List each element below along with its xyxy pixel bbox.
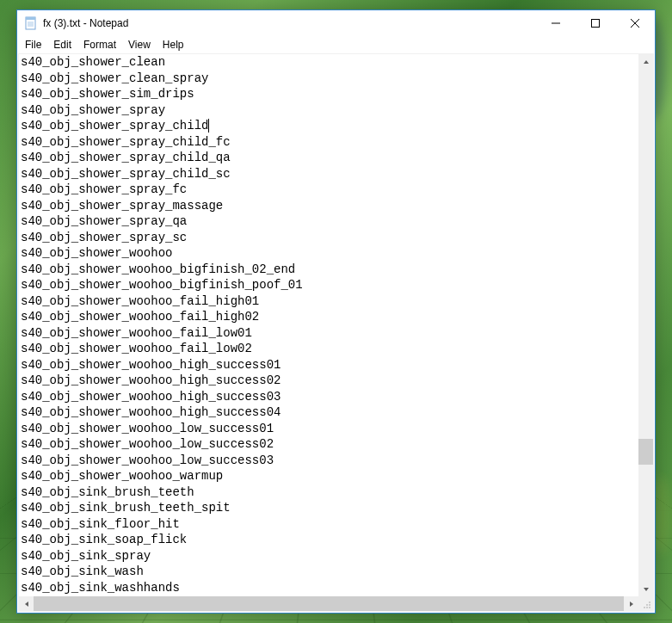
text-line[interactable]: s40_obj_shower_sim_drips	[21, 86, 651, 102]
menubar: File Edit Format View Help	[17, 36, 655, 53]
text-line[interactable]: s40_obj_shower_spray	[21, 102, 651, 119]
text-line[interactable]: s40_obj_sink_brush_teeth	[21, 484, 651, 501]
text-line[interactable]: s40_obj_shower_clean_spray	[21, 71, 651, 87]
svg-point-13	[649, 601, 650, 603]
horizontal-scroll-track[interactable]	[34, 596, 624, 611]
svg-point-15	[649, 604, 650, 606]
text-line[interactable]: s40_obj_sink_brush_teeth_spit	[21, 500, 651, 516]
text-line[interactable]: s40_obj_shower_woohoo_fail_high02	[21, 309, 651, 325]
window-controls	[536, 10, 655, 36]
window-title: fx (3).txt - Notepad	[43, 17, 536, 29]
svg-rect-1	[26, 17, 35, 20]
horizontal-scrollbar[interactable]	[19, 596, 638, 611]
svg-rect-6	[592, 20, 600, 28]
text-line[interactable]: s40_obj_shower_woohoo_fail_low01	[21, 325, 651, 342]
scroll-right-button[interactable]	[624, 596, 638, 611]
text-line[interactable]: s40_obj_shower_woohoo_low_success02	[21, 436, 651, 453]
text-line[interactable]: s40_obj_shower_spray_massage	[21, 198, 651, 214]
text-line[interactable]: s40_obj_shower_spray_child_fc	[21, 134, 651, 151]
maximize-button[interactable]	[576, 10, 615, 36]
text-line[interactable]: s40_obj_shower_spray_sc	[21, 230, 651, 246]
svg-marker-12	[630, 601, 633, 607]
text-line[interactable]: s40_obj_shower_woohoo_low_success01	[21, 421, 651, 437]
text-line[interactable]: s40_obj_shower_spray_child	[21, 118, 651, 134]
text-line[interactable]: s40_obj_shower_spray_child_qa	[21, 150, 651, 166]
svg-point-14	[646, 604, 648, 606]
horizontal-scroll-thumb[interactable]	[34, 596, 624, 611]
text-caret	[208, 119, 209, 133]
resize-grip[interactable]	[638, 596, 653, 611]
text-line[interactable]: s40_obj_shower_woohoo_fail_low02	[21, 341, 651, 357]
menu-file[interactable]: File	[19, 38, 47, 52]
svg-point-17	[646, 607, 648, 608]
text-line[interactable]: s40_obj_shower_spray_fc	[21, 182, 651, 198]
content-area: s40_obj_shower_cleans40_obj_shower_clean…	[18, 53, 654, 612]
text-line[interactable]: s40_obj_shower_woohoo_bigfinish_02_end	[21, 262, 651, 278]
close-button[interactable]	[615, 10, 655, 36]
svg-point-16	[644, 607, 645, 608]
vertical-scrollbar[interactable]	[638, 54, 653, 596]
text-line[interactable]: s40_obj_shower_woohoo_high_success04	[21, 404, 651, 421]
text-line[interactable]: s40_obj_shower_clean	[21, 54, 651, 71]
text-line[interactable]: s40_obj_shower_spray_qa	[21, 213, 651, 230]
svg-marker-9	[644, 60, 649, 64]
scroll-left-button[interactable]	[19, 596, 34, 611]
text-editor[interactable]: s40_obj_shower_cleans40_obj_shower_clean…	[19, 54, 653, 611]
text-line[interactable]: s40_obj_shower_woohoo_low_success03	[21, 453, 651, 469]
text-line[interactable]: s40_obj_sink_floor_hit	[21, 516, 651, 533]
text-line[interactable]: s40_obj_shower_spray_child_sc	[21, 166, 651, 182]
notepad-icon	[24, 16, 38, 30]
text-line[interactable]: s40_obj_shower_woohoo_fail_high01	[21, 293, 651, 310]
vertical-scroll-thumb[interactable]	[638, 439, 653, 465]
text-line[interactable]: s40_obj_sink_wash	[21, 564, 651, 580]
menu-edit[interactable]: Edit	[47, 38, 77, 52]
text-line[interactable]: s40_obj_shower_woohoo_bigfinish_poof_01	[21, 277, 651, 293]
text-line[interactable]: s40_obj_shower_woohoo_high_success03	[21, 389, 651, 405]
text-line[interactable]: s40_obj_sink_spray	[21, 548, 651, 564]
text-line[interactable]: s40_obj_shower_woohoo_warmup	[21, 468, 651, 484]
minimize-button[interactable]	[536, 10, 576, 36]
scroll-down-button[interactable]	[638, 582, 653, 596]
titlebar[interactable]: fx (3).txt - Notepad	[17, 10, 655, 36]
text-line[interactable]: s40_obj_shower_woohoo_high_success01	[21, 357, 651, 373]
menu-format[interactable]: Format	[77, 38, 122, 52]
svg-point-18	[649, 607, 650, 608]
svg-marker-10	[644, 588, 649, 591]
menu-help[interactable]: Help	[157, 38, 190, 52]
menu-view[interactable]: View	[122, 38, 157, 52]
text-line[interactable]: s40_obj_shower_woohoo_high_success02	[21, 373, 651, 389]
vertical-scroll-track[interactable]	[638, 69, 653, 582]
text-line[interactable]: s40_obj_shower_woohoo	[21, 245, 651, 262]
text-line[interactable]: s40_obj_sink_washhands	[21, 580, 651, 596]
svg-marker-11	[25, 601, 28, 607]
text-line[interactable]: s40_obj_sink_soap_flick	[21, 532, 651, 548]
scroll-up-button[interactable]	[638, 54, 653, 69]
notepad-window: fx (3).txt - Notepad File Edit Format Vi…	[16, 9, 656, 614]
